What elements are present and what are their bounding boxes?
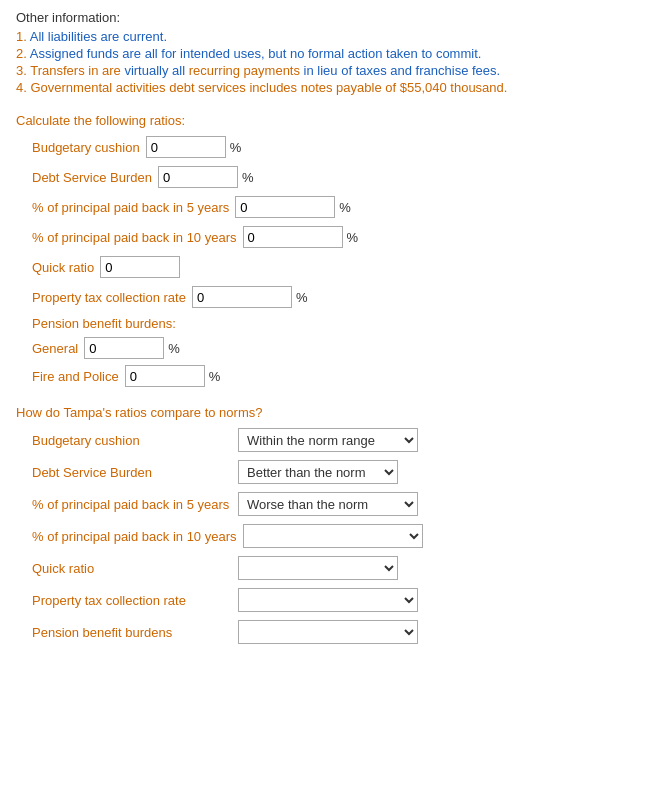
info-item-3: 3. Transfers in are virtually all recurr… [16, 63, 629, 78]
pension-row-fire-police: Fire and Police % [32, 365, 629, 387]
other-info-section: Other information: 1. All liabilities ar… [16, 10, 629, 95]
norm-row-pension: Pension benefit burdens Within the norm … [16, 620, 629, 644]
info-item-2-number: 2. [16, 46, 27, 61]
ratio-input-quick-ratio[interactable] [100, 256, 180, 278]
norm-select-principal-10[interactable]: Within the norm range Better than the no… [243, 524, 423, 548]
norm-row-property-tax: Property tax collection rate Within the … [16, 588, 629, 612]
norm-select-pension[interactable]: Within the norm range Better than the no… [238, 620, 418, 644]
info-item-4-number: 4. [16, 80, 27, 95]
ratio-label-principal-10: % of principal paid back in 10 years [32, 230, 237, 245]
pension-input-fire-police[interactable] [125, 365, 205, 387]
ratio-row-property-tax: Property tax collection rate % [16, 286, 629, 308]
norm-label-principal-10: % of principal paid back in 10 years [32, 529, 237, 544]
info-item-2-text: Assigned funds are all for intended uses… [30, 46, 482, 61]
ratio-label-budgetary-cushion: Budgetary cushion [32, 140, 140, 155]
ratio-input-principal-5[interactable] [235, 196, 335, 218]
norm-label-debt-service: Debt Service Burden [32, 465, 232, 480]
ratio-unit-debt-service: % [242, 170, 254, 185]
norm-select-principal-5[interactable]: Within the norm range Better than the no… [238, 492, 418, 516]
norms-title: How do Tampa's ratios compare to norms? [16, 405, 629, 420]
info-item-4-text: Governmental activities debt services in… [30, 80, 507, 95]
norm-row-budgetary-cushion: Budgetary cushion Within the norm range … [16, 428, 629, 452]
ratio-unit-principal-10: % [347, 230, 359, 245]
norm-row-principal-10: % of principal paid back in 10 years Wit… [16, 524, 629, 548]
other-info-list: 1. All liabilities are current. 2. Assig… [16, 29, 629, 95]
pension-label-general: General [32, 341, 78, 356]
ratio-label-quick-ratio: Quick ratio [32, 260, 94, 275]
info-item-3-text-d: in lieu of taxes and franchise fees. [304, 63, 501, 78]
ratio-input-debt-service[interactable] [158, 166, 238, 188]
norm-label-principal-5: % of principal paid back in 5 years [32, 497, 232, 512]
ratio-unit-property-tax: % [296, 290, 308, 305]
ratio-row-quick-ratio: Quick ratio [16, 256, 629, 278]
pension-input-general[interactable] [84, 337, 164, 359]
norm-select-quick-ratio[interactable]: Within the norm range Better than the no… [238, 556, 398, 580]
info-item-4: 4. Governmental activities debt services… [16, 80, 629, 95]
info-item-1: 1. All liabilities are current. [16, 29, 629, 44]
norm-select-budgetary-cushion[interactable]: Within the norm range Better than the no… [238, 428, 418, 452]
norm-label-budgetary-cushion: Budgetary cushion [32, 433, 232, 448]
info-item-2: 2. Assigned funds are all for intended u… [16, 46, 629, 61]
ratio-row-debt-service: Debt Service Burden % [16, 166, 629, 188]
norm-row-debt-service: Debt Service Burden Within the norm rang… [16, 460, 629, 484]
ratio-label-debt-service: Debt Service Burden [32, 170, 152, 185]
pension-unit-fire-police: % [209, 369, 221, 384]
norm-select-debt-service[interactable]: Within the norm range Better than the no… [238, 460, 398, 484]
ratio-input-property-tax[interactable] [192, 286, 292, 308]
info-item-3-number: 3. [16, 63, 27, 78]
norm-row-principal-5: % of principal paid back in 5 years With… [16, 492, 629, 516]
info-item-3-text-b: virtually all [124, 63, 185, 78]
info-item-1-number: 1. [16, 29, 27, 44]
ratio-row-budgetary-cushion: Budgetary cushion % [16, 136, 629, 158]
info-item-3-text-c: recurring payments [185, 63, 304, 78]
ratio-row-principal-5: % of principal paid back in 5 years % [16, 196, 629, 218]
ratio-input-budgetary-cushion[interactable] [146, 136, 226, 158]
norm-row-quick-ratio: Quick ratio Within the norm range Better… [16, 556, 629, 580]
pension-label-fire-police: Fire and Police [32, 369, 119, 384]
ratio-label-property-tax: Property tax collection rate [32, 290, 186, 305]
pension-section: Pension benefit burdens: General % Fire … [16, 316, 629, 387]
norm-select-property-tax[interactable]: Within the norm range Better than the no… [238, 588, 418, 612]
norm-label-quick-ratio: Quick ratio [32, 561, 232, 576]
norm-label-property-tax: Property tax collection rate [32, 593, 232, 608]
pension-title: Pension benefit burdens: [32, 316, 629, 331]
calculate-section: Calculate the following ratios: Budgetar… [16, 113, 629, 387]
ratio-input-principal-10[interactable] [243, 226, 343, 248]
norm-label-pension: Pension benefit burdens [32, 625, 232, 640]
ratio-label-principal-5: % of principal paid back in 5 years [32, 200, 229, 215]
pension-unit-general: % [168, 341, 180, 356]
other-info-heading: Other information: [16, 10, 629, 25]
pension-row-general: General % [32, 337, 629, 359]
ratio-unit-budgetary-cushion: % [230, 140, 242, 155]
ratio-row-principal-10: % of principal paid back in 10 years % [16, 226, 629, 248]
info-item-3-text-a: Transfers in are [30, 63, 124, 78]
info-item-1-text: All liabilities are current. [30, 29, 167, 44]
calculate-title: Calculate the following ratios: [16, 113, 629, 128]
ratio-unit-principal-5: % [339, 200, 351, 215]
norms-section: How do Tampa's ratios compare to norms? … [16, 405, 629, 644]
